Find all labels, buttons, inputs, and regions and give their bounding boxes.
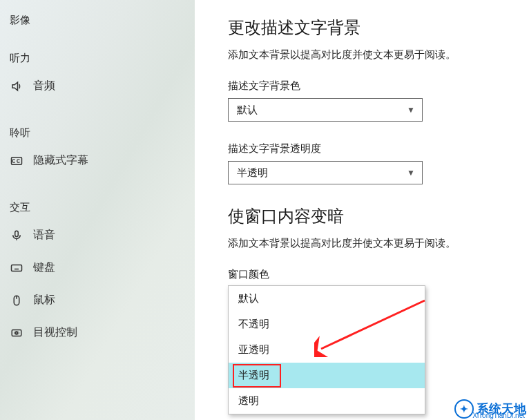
watermark-logo-icon: ✦	[454, 399, 474, 419]
sidebar-item-label: 隐藏式字幕	[33, 153, 88, 168]
field-label-bg-color: 描述文字背景色	[228, 79, 508, 93]
svg-rect-4	[12, 330, 21, 336]
select-caption-bg-opacity[interactable]: 半透明 ▼	[228, 161, 423, 184]
select-value: 默认	[237, 104, 258, 117]
sidebar-item-audio[interactable]: 音频	[0, 72, 195, 100]
svg-rect-1	[15, 231, 19, 236]
eye-control-icon	[10, 326, 23, 340]
dropdown-window-color[interactable]: 默认 不透明 亚透明 半透明 透明	[228, 285, 425, 414]
dropdown-option-default[interactable]: 默认	[229, 286, 425, 312]
select-caption-bg-color[interactable]: 默认 ▼	[228, 98, 423, 122]
chevron-down-icon: ▼	[407, 168, 415, 178]
cc-icon	[10, 154, 23, 168]
section-desc-caption-bg: 添加文本背景以提高对比度并使文本更易于阅读。	[228, 48, 508, 61]
svg-rect-2	[12, 265, 22, 271]
sidebar-group-video: 影像	[0, 10, 195, 30]
sidebar-group-listening: 聆听	[0, 122, 195, 142]
speaker-icon	[10, 79, 23, 93]
mouse-icon	[10, 294, 23, 307]
svg-point-5	[16, 332, 18, 334]
dropdown-option-opaque[interactable]: 不透明	[229, 312, 425, 337]
sidebar-item-eye-control[interactable]: 目视控制	[0, 318, 195, 347]
sidebar-item-label: 音频	[33, 79, 55, 93]
sidebar-item-closed-captions[interactable]: 隐藏式字幕	[0, 146, 195, 175]
sidebar-item-keyboard[interactable]: 键盘	[0, 254, 195, 282]
keyboard-icon	[10, 261, 23, 275]
sidebar-item-label: 语音	[33, 228, 55, 242]
sidebar-item-label: 鼠标	[33, 293, 55, 307]
sidebar-item-speech[interactable]: 语音	[0, 221, 195, 249]
dropdown-option-semitranslucent[interactable]: 亚透明	[229, 337, 425, 363]
svg-rect-0	[12, 157, 22, 164]
sidebar-item-label: 目视控制	[33, 325, 77, 340]
select-value: 半透明	[237, 166, 268, 180]
field-label-bg-opacity: 描述文字背景透明度	[228, 142, 508, 155]
sidebar-group-hearing: 听力	[0, 48, 195, 68]
sidebar-item-mouse[interactable]: 鼠标	[0, 286, 195, 314]
section-desc-dim-window: 添加文本背景以提高对比度并使文本更易于阅读。	[228, 237, 508, 250]
dropdown-option-transparent[interactable]: 透明	[229, 388, 425, 414]
settings-sidebar: 影像 听力 音频 聆听 隐藏式字幕 交互 语音 键盘 鼠标	[0, 0, 195, 420]
section-title-caption-bg: 更改描述文字背景	[228, 17, 508, 39]
sidebar-group-interaction: 交互	[0, 197, 195, 217]
sidebar-item-label: 键盘	[33, 260, 55, 275]
dropdown-option-semitransparent[interactable]: 半透明	[229, 363, 425, 388]
section-title-dim-window: 使窗口内容变暗	[228, 205, 508, 227]
watermark: ✦ 系统天地 XiTongTianDi.net	[454, 399, 526, 419]
watermark-url: XiTongTianDi.net	[472, 412, 525, 419]
microphone-icon	[10, 229, 23, 242]
field-label-window-color: 窗口颜色	[228, 268, 508, 281]
chevron-down-icon: ▼	[407, 105, 415, 115]
